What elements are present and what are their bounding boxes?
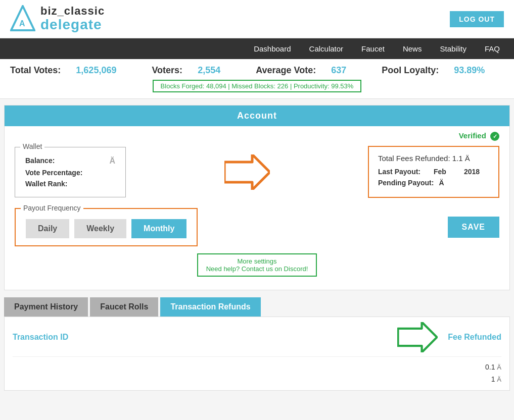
- table-header-row: Transaction ID Fee Refunded: [13, 322, 501, 357]
- pending-payout-currency: Ä: [439, 179, 444, 187]
- logo-delegate: delegate: [40, 17, 105, 33]
- pool-loyalty-value: 93.89%: [454, 65, 485, 76]
- nav-item-news[interactable]: News: [394, 38, 431, 59]
- logo-area: A biz_classic delegate: [10, 5, 105, 33]
- svg-text:A: A: [19, 19, 25, 28]
- stats-row: Total Votes: 1,625,069 Voters: 2,554 Ave…: [10, 65, 504, 76]
- wallet-rank-label: Wallet Rank:: [25, 180, 68, 188]
- tabs-row: Payment History Faucet Rolls Transaction…: [4, 297, 510, 317]
- total-votes-value: 1,625,069: [76, 65, 116, 76]
- fees-title-label: Total Fees Refunded:: [378, 154, 450, 163]
- fee-refunded-cell-1: 0.1 Ä: [485, 363, 501, 371]
- nav-item-faucet[interactable]: Faucet: [352, 38, 394, 59]
- weekly-button[interactable]: Weekly: [74, 219, 126, 238]
- last-payout-row: Last Payout: Feb 2018: [378, 168, 489, 176]
- pending-payout-label: Pending Payout:: [378, 179, 434, 187]
- tab-payment-history[interactable]: Payment History: [4, 297, 88, 317]
- more-settings-box: More settings Need help? Contact us on D…: [197, 253, 317, 277]
- pool-loyalty-label: Pool Loyalty:: [382, 65, 439, 76]
- payout-box: Payout Frequency Daily Weekly Monthly: [15, 208, 198, 246]
- fee-refunded-cell-2: 1 Ä: [491, 375, 501, 383]
- wallet-label: Wallet: [20, 142, 44, 150]
- vote-pct-label: Vote Percentage:: [25, 169, 82, 177]
- table-section: Transaction ID Fee Refunded 0.1 Ä 1 Ä: [4, 317, 510, 391]
- pending-payout-row: Pending Payout: Ä: [378, 179, 489, 187]
- voters-label: Voters:: [152, 65, 182, 76]
- more-settings-line2: Need help? Contact us on Discord!: [206, 265, 308, 273]
- wallet-vote-pct-row: Vote Percentage:: [25, 169, 115, 177]
- green-arrow-icon: [397, 322, 438, 352]
- tab-transaction-refunds[interactable]: Transaction Refunds: [160, 297, 260, 317]
- fees-title-val: 1.1: [452, 154, 463, 163]
- last-payout-year: 2018: [464, 168, 480, 176]
- more-settings-line1: More settings: [206, 257, 308, 265]
- verified-icon: ✓: [490, 132, 499, 141]
- voters-value: 2,554: [198, 65, 220, 76]
- table-row: 0.1 Ä: [13, 361, 501, 373]
- last-payout-month: Feb: [434, 168, 459, 176]
- logout-button[interactable]: LOG OUT: [450, 11, 504, 27]
- tab-faucet-rolls[interactable]: Faucet Rolls: [90, 297, 158, 317]
- fee-refunded-header: Fee Refunded: [448, 333, 501, 342]
- orange-arrow-container: [136, 154, 358, 190]
- total-votes-label: Total Votes:: [10, 65, 61, 76]
- last-payout-label: Last Payout:: [378, 168, 429, 176]
- wallet-box: Wallet Balance: Ä Vote Percentage: Walle…: [15, 147, 126, 197]
- svg-marker-2: [224, 154, 270, 190]
- navigation: Dashboard Calculator Faucet News Stabili…: [0, 38, 514, 59]
- table-row: 1 Ä: [13, 373, 501, 385]
- avg-vote-label: Average Vote:: [256, 65, 316, 76]
- table-right-header: Fee Refunded: [397, 322, 501, 352]
- account-content: Wallet Balance: Ä Vote Percentage: Walle…: [15, 146, 499, 198]
- verified-row: Verified ✓: [15, 131, 499, 141]
- account-section: Account Verified ✓ Wallet Balance: Ä Vot…: [4, 105, 510, 290]
- nav-item-calculator[interactable]: Calculator: [300, 38, 353, 59]
- monthly-button[interactable]: Monthly: [131, 219, 186, 238]
- verified-text: Verified: [459, 131, 486, 140]
- balance-currency-icon: Ä: [109, 156, 115, 166]
- nav-item-dashboard[interactable]: Dashboard: [245, 38, 300, 59]
- logo-biz: biz_classic: [40, 5, 105, 17]
- payout-buttons: Daily Weekly Monthly: [26, 219, 186, 238]
- svg-marker-3: [398, 322, 437, 352]
- stats-bar: Total Votes: 1,625,069 Voters: 2,554 Ave…: [0, 59, 514, 99]
- blocks-badge: Blocks Forged: 48,094 | Missed Blocks: 2…: [153, 80, 362, 92]
- payout-frequency-label: Payout Frequency: [21, 204, 83, 212]
- logo-text: biz_classic delegate: [40, 5, 105, 33]
- nav-item-faq[interactable]: FAQ: [476, 38, 509, 59]
- account-header: Account: [5, 106, 509, 126]
- orange-arrow-icon: [224, 154, 270, 190]
- transaction-id-header: Transaction ID: [13, 333, 68, 342]
- fees-box: Total Fees Refunded: 1.1 Ä Last Payout: …: [368, 146, 499, 198]
- wallet-rank-row: Wallet Rank:: [25, 180, 115, 188]
- daily-button[interactable]: Daily: [26, 219, 69, 238]
- avg-vote-value: 637: [331, 65, 346, 76]
- blocks-info: Blocks Forged: 48,094 | Missed Blocks: 2…: [10, 80, 504, 92]
- payout-section: Payout Frequency Daily Weekly Monthly SA…: [15, 208, 499, 246]
- fees-title: Total Fees Refunded: 1.1 Ä: [378, 154, 489, 163]
- header: A biz_classic delegate LOG OUT: [0, 0, 514, 38]
- logo-icon: A: [10, 5, 35, 33]
- nav-item-stability[interactable]: Stability: [431, 38, 476, 59]
- save-button[interactable]: SAVE: [448, 217, 499, 238]
- wallet-balance-row: Balance: Ä: [25, 156, 115, 166]
- fees-currency-icon: Ä: [465, 154, 470, 163]
- account-body: Verified ✓ Wallet Balance: Ä Vote Percen…: [5, 126, 509, 290]
- balance-label: Balance:: [25, 156, 55, 166]
